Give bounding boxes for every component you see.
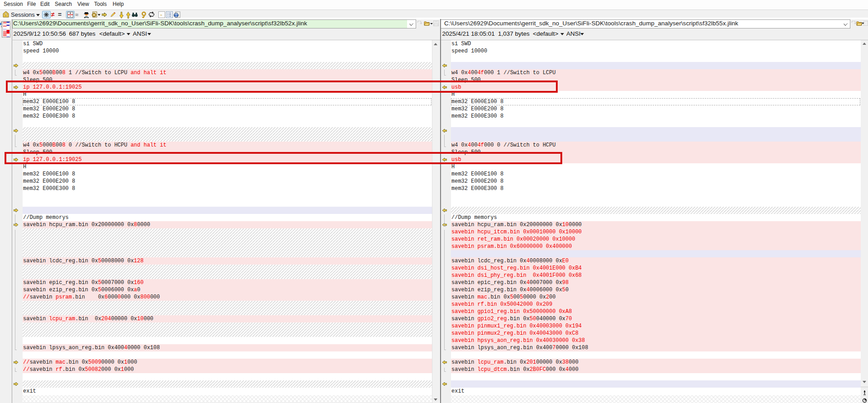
svg-text:»: »	[160, 13, 162, 17]
